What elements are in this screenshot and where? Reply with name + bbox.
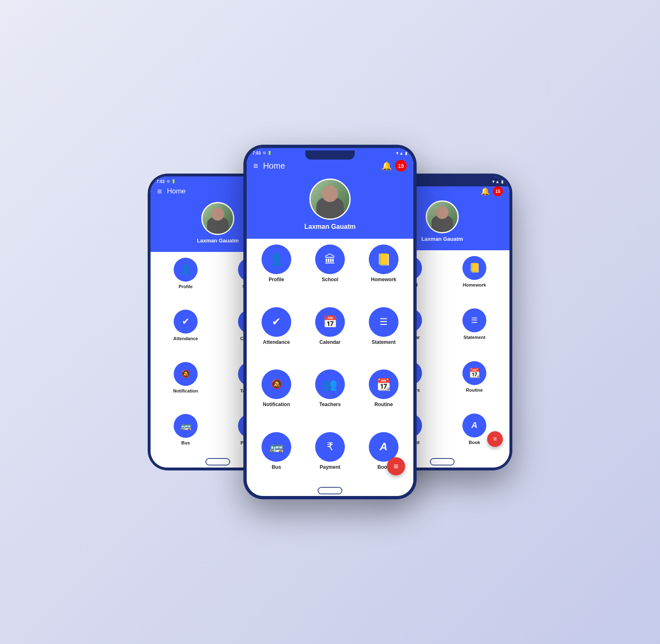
profile-icon-left[interactable]: 👤 — [174, 258, 198, 282]
notification-label-left: Notification — [173, 388, 198, 393]
book-icon-right[interactable]: A — [462, 414, 486, 437]
badge-count-center: 15 — [395, 160, 407, 172]
fab-right[interactable]: ≡ — [487, 431, 503, 447]
routine-label-center: Routine — [375, 402, 393, 407]
home-btn-center[interactable] — [318, 487, 342, 494]
notch-center — [305, 150, 355, 160]
list-item[interactable]: 🚌 Bus — [156, 414, 216, 462]
list-item[interactable]: ☰ Statement — [444, 308, 504, 357]
time-left: 7:03 — [156, 179, 165, 184]
notification-label-center: Notification — [263, 402, 290, 407]
list-item[interactable]: ✔ Attendance — [156, 310, 216, 357]
list-item[interactable]: 🔕 Notification — [156, 362, 216, 410]
notification-badge-right[interactable]: 15 — [493, 186, 503, 196]
profile-name-right: Laxman Gauatm — [421, 236, 463, 242]
attendance-icon-left[interactable]: ✔ — [174, 310, 198, 334]
header-icons-right: 🔔 15 — [481, 186, 503, 196]
profile-label-left: Profile — [179, 284, 193, 289]
attendance-label-center: Attendance — [263, 339, 290, 345]
list-item[interactable]: 👤 Profile — [156, 258, 216, 306]
avatar-center[interactable] — [309, 179, 351, 220]
fab-icon-right: ≡ — [493, 435, 497, 443]
list-item[interactable]: 🚌 Bus — [252, 432, 301, 491]
wifi-icon-center: ▼▲ — [395, 151, 403, 155]
payment-icon-center[interactable]: ₹ — [315, 432, 345, 462]
notification-icon-left[interactable]: 🔕 — [174, 362, 198, 386]
statement-icon-right[interactable]: ☰ — [462, 308, 486, 332]
hamburger-left[interactable]: ≡ — [157, 187, 162, 196]
bus-icon-left[interactable]: 🚌 — [174, 414, 198, 438]
statement-label-right: Statement — [463, 335, 485, 340]
teachers-label-center: Teachers — [319, 402, 341, 407]
scene: 7:03 ⚙ 🔋 ▼▲ ▮ ≡ Home Laxman Gauatm — [0, 0, 660, 644]
profile-name-left: Laxman Gauatm — [197, 237, 238, 244]
profile-name-center: Laxman Gauatm — [304, 223, 356, 230]
bus-label-left: Bus — [182, 440, 190, 445]
statement-icon-center[interactable]: ☰ — [369, 307, 398, 337]
statement-label-center: Statement — [372, 339, 396, 345]
teachers-icon-center[interactable]: 👥 — [315, 369, 345, 399]
list-item[interactable]: 🔕 Notification — [252, 369, 301, 428]
notification-badge-center[interactable]: 15 — [395, 160, 407, 172]
profile-section-center: Laxman Gauatm — [247, 172, 413, 239]
list-item[interactable]: 📆 Routine — [444, 361, 504, 409]
avatar-left — [201, 202, 234, 235]
menu-grid-center: 👤 Profile 🏛 School 📒 Homework ✔ Attendan… — [247, 239, 413, 496]
avatar-right — [426, 200, 459, 233]
list-item[interactable]: 👥 Teachers — [305, 369, 355, 428]
list-item[interactable]: 📒 Homework — [359, 244, 408, 303]
phone-center: 7:03 ⚙ 🔋 ▼▲ ▮ ≡ Home 🔔 15 — [243, 145, 417, 499]
payment-label-center: Payment — [320, 464, 340, 470]
notification-icon-center[interactable]: 🔕 — [262, 369, 291, 399]
notification-bell-right[interactable]: 🔔 — [481, 187, 490, 196]
calendar-icon-center[interactable]: 📅 — [315, 307, 345, 337]
fab-center[interactable]: ≡ — [387, 457, 405, 475]
home-btn-left[interactable] — [205, 458, 230, 465]
header-title-center: Home — [263, 161, 382, 171]
profile-icon-center[interactable]: 👤 — [262, 244, 291, 274]
list-item[interactable]: ₹ Payment — [305, 432, 355, 491]
list-item[interactable]: 📆 Routine — [359, 369, 408, 428]
school-label-center: School — [322, 277, 338, 282]
signal-icon-center: ▮ — [405, 151, 408, 155]
homework-icon-right[interactable]: 📒 — [462, 256, 486, 280]
routine-label-right: Routine — [466, 388, 483, 393]
attendance-label-left: Attendance — [173, 336, 198, 341]
battery-icon-right: ▮ — [501, 179, 504, 184]
home-btn-right[interactable] — [430, 458, 455, 465]
list-item[interactable]: 🏛 School — [305, 244, 355, 303]
calendar-label-center: Calendar — [319, 339, 340, 345]
list-item[interactable]: 📅 Calendar — [305, 307, 355, 366]
fab-icon-center: ≡ — [394, 462, 398, 471]
hamburger-center[interactable]: ≡ — [253, 161, 258, 171]
book-label-right: Book — [469, 440, 480, 445]
routine-icon-right[interactable]: 📆 — [462, 361, 486, 385]
header-icons-center: 🔔 15 — [382, 160, 407, 172]
list-item[interactable]: 👤 Profile — [252, 244, 301, 303]
routine-icon-center[interactable]: 📆 — [369, 369, 398, 399]
wifi-icon-right: ▼▲ — [491, 179, 500, 184]
homework-icon-center[interactable]: 📒 — [369, 244, 398, 274]
notification-bell-center[interactable]: 🔔 — [382, 161, 392, 171]
bus-label-center: Bus — [272, 464, 281, 470]
badge-count-right: 15 — [493, 186, 503, 196]
list-item[interactable]: ☰ Statement — [359, 307, 408, 366]
bus-icon-center[interactable]: 🚌 — [262, 432, 291, 462]
list-item[interactable]: ✔ Attendance — [252, 307, 301, 366]
attendance-icon-center[interactable]: ✔ — [262, 307, 291, 337]
homework-label-right: Homework — [463, 282, 486, 287]
school-icon-center[interactable]: 🏛 — [315, 244, 345, 274]
list-item[interactable]: 📒 Homework — [444, 256, 504, 304]
homework-label-center: Homework — [371, 277, 396, 282]
time-center: 7:03 — [252, 151, 261, 155]
profile-label-center: Profile — [269, 277, 284, 282]
